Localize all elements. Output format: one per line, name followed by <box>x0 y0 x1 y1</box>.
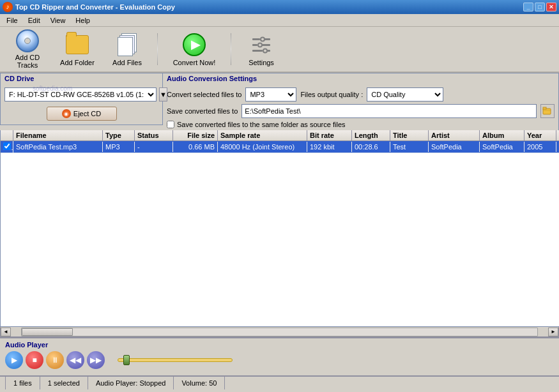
svg-point-7 <box>263 49 267 53</box>
convert-label: Convert selected files to <box>167 91 241 98</box>
play-button[interactable]: ▶ <box>5 351 23 369</box>
add-cd-icon <box>15 29 40 52</box>
svg-rect-0 <box>252 38 260 40</box>
menu-view[interactable]: View <box>45 15 71 26</box>
settings-label: Settings <box>249 59 274 66</box>
add-cd-tracks-button[interactable]: Add CD Tracks <box>5 29 50 70</box>
audio-conversion-panel: Audio Conversion Settings Convert select… <box>163 73 559 130</box>
col-header-genre[interactable]: Genr <box>556 130 559 140</box>
row-bitrate: 192 kbit <box>307 142 352 152</box>
close-button[interactable]: ✕ <box>546 3 556 11</box>
cd-drive-panel: CD Drive softpedia.com F: HL-DT-ST CD-RW… <box>0 73 163 130</box>
col-header-check[interactable] <box>1 130 13 140</box>
selected-count: 1 selected <box>40 377 88 389</box>
col-header-year[interactable]: Year <box>525 130 556 140</box>
volume-status: Volume: 50 <box>174 377 225 389</box>
row-filename: SoftPedia Test.mp3 <box>13 142 103 152</box>
menu-help[interactable]: Help <box>70 15 95 26</box>
eject-icon: ◉ <box>62 109 71 118</box>
scroll-right-button[interactable]: ► <box>548 328 558 336</box>
table-row[interactable]: SoftPedia Test.mp3 MP3 - 0.66 MB 48000 H… <box>1 141 559 153</box>
table-header: Filename Type Status File size Sample ra… <box>1 130 559 141</box>
volume-slider-area <box>118 358 554 362</box>
forward-button[interactable]: ▶▶ <box>87 351 105 369</box>
toolbar-separator-2 <box>231 33 231 65</box>
window-title: Top CD Ripper and Converter - Evaluation… <box>15 3 523 11</box>
settings-icon <box>249 32 274 57</box>
svg-rect-2 <box>264 38 270 40</box>
horizontal-scrollbar[interactable]: ◄ ► <box>0 327 559 337</box>
browse-button[interactable] <box>540 104 555 118</box>
col-header-status[interactable]: Status <box>135 130 173 140</box>
save-path-input[interactable] <box>241 104 537 118</box>
add-folder-label: Add Folder <box>60 59 95 66</box>
maximize-button[interactable]: □ <box>535 3 545 11</box>
quality-select[interactable]: CD QualityHigh QualityMedium QualityLow … <box>367 87 443 102</box>
eject-cd-button[interactable]: ◉ Eject CD <box>47 107 117 121</box>
format-select[interactable]: MP3WAVOGGWMAAAC <box>245 87 296 102</box>
svg-rect-10 <box>543 107 546 109</box>
same-folder-checkbox[interactable] <box>167 121 174 128</box>
convert-now-button[interactable]: ▶ Convert Now! <box>165 29 223 70</box>
settings-button[interactable]: Settings <box>239 29 284 70</box>
convert-now-icon: ▶ <box>181 32 207 57</box>
add-folder-icon <box>65 32 90 57</box>
volume-track[interactable] <box>118 358 233 362</box>
menu-bar: File Edit View Help <box>0 14 559 27</box>
window-controls: _ □ ✕ <box>523 3 556 11</box>
col-header-filename[interactable]: Filename <box>13 130 103 140</box>
quality-label: Files output quality : <box>300 91 363 98</box>
status-bar: 1 files 1 selected Audio Player: Stopped… <box>0 375 559 389</box>
col-header-title[interactable]: Title <box>390 130 429 140</box>
audio-player: Audio Player ▶ ■ ⏸ ◀◀ ▶▶ <box>0 337 559 375</box>
toolbar: Add CD Tracks Add Folder Add Files ▶ Con… <box>0 27 559 73</box>
audio-conversion-header: Audio Conversion Settings <box>163 73 559 84</box>
col-header-length[interactable]: Length <box>352 130 390 140</box>
volume-thumb[interactable] <box>123 355 130 365</box>
scroll-track[interactable] <box>21 328 538 336</box>
add-files-button[interactable]: Add Files <box>105 29 149 70</box>
add-files-icon <box>114 32 140 57</box>
add-files-label: Add Files <box>112 59 142 66</box>
row-filesize: 0.66 MB <box>173 142 218 152</box>
col-header-type[interactable]: Type <box>103 130 135 140</box>
app-icon: ♪ <box>3 2 13 12</box>
row-samplerate: 48000 Hz (Joint Stereo) <box>218 142 307 152</box>
row-album: SoftPedia <box>480 142 525 152</box>
menu-file[interactable]: File <box>1 15 23 26</box>
scroll-left-button[interactable]: ◄ <box>1 328 11 336</box>
svg-rect-3 <box>252 44 257 46</box>
col-header-bitrate[interactable]: Bit rate <box>307 130 352 140</box>
row-title: Test <box>390 142 429 152</box>
row-checkbox[interactable] <box>1 141 13 153</box>
file-table: Filename Type Status File size Sample ra… <box>0 130 559 327</box>
menu-edit[interactable]: Edit <box>23 15 45 26</box>
file-table-wrapper: Filename Type Status File size Sample ra… <box>0 130 559 327</box>
convert-now-label: Convert Now! <box>173 59 216 66</box>
stop-button[interactable]: ■ <box>26 351 43 369</box>
add-folder-button[interactable]: Add Folder <box>55 29 100 70</box>
file-list-area: Filename Type Status File size Sample ra… <box>0 130 559 327</box>
col-header-samplerate[interactable]: Sample rate <box>218 130 307 140</box>
player-title: Audio Player <box>5 341 554 349</box>
svg-rect-5 <box>261 44 270 46</box>
drive-dropdown-arrow[interactable]: ▼ <box>159 87 167 102</box>
title-bar: ♪ Top CD Ripper and Converter - Evaluati… <box>0 0 559 14</box>
col-header-filesize[interactable]: File size <box>173 130 218 140</box>
same-folder-row: Save converted files to the same folder … <box>167 121 555 128</box>
pause-button[interactable]: ⏸ <box>46 351 64 369</box>
minimize-button[interactable]: _ <box>523 3 533 11</box>
drive-select[interactable]: F: HL-DT-ST CD-RW GCE-8526B v1.05 (1: <box>4 87 157 102</box>
eject-container: ◉ Eject CD <box>4 107 158 121</box>
table-body: SoftPedia Test.mp3 MP3 - 0.66 MB 48000 H… <box>1 141 559 326</box>
scroll-thumb[interactable] <box>22 328 73 336</box>
svg-rect-8 <box>267 50 270 52</box>
row-year: 2005 <box>525 142 556 152</box>
col-header-album[interactable]: Album <box>480 130 525 140</box>
toolbar-separator <box>157 33 158 65</box>
rewind-button[interactable]: ◀◀ <box>66 351 84 369</box>
svg-rect-6 <box>252 50 263 52</box>
cd-drive-header: CD Drive <box>0 73 163 84</box>
player-status: Audio Player: Stopped <box>88 377 174 389</box>
col-header-artist[interactable]: Artist <box>429 130 480 140</box>
